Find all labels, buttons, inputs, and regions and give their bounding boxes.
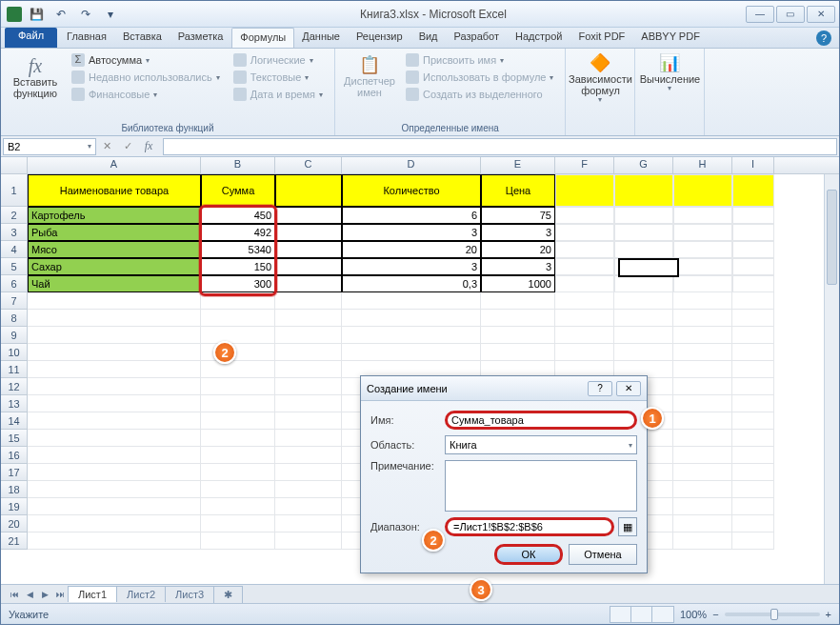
- cell[interactable]: [673, 532, 732, 550]
- cell[interactable]: 20: [481, 241, 555, 258]
- dialog-close-button[interactable]: ✕: [616, 381, 641, 396]
- cell[interactable]: [732, 275, 774, 292]
- cell[interactable]: [732, 241, 774, 258]
- formula-input[interactable]: [163, 138, 837, 155]
- tab-review[interactable]: Рецензир: [349, 28, 411, 48]
- row-header[interactable]: 10: [1, 344, 28, 361]
- cell[interactable]: [275, 378, 342, 395]
- cell[interactable]: [201, 344, 275, 361]
- cell[interactable]: [342, 344, 481, 361]
- cell[interactable]: [555, 241, 614, 258]
- cell[interactable]: [201, 412, 275, 430]
- cell[interactable]: [342, 292, 481, 310]
- dialog-help-button[interactable]: ?: [588, 381, 612, 396]
- row-header[interactable]: 14: [1, 412, 28, 430]
- sheet-nav-next[interactable]: ▶: [37, 587, 52, 602]
- col-header-i[interactable]: I: [732, 157, 774, 173]
- range-picker-button[interactable]: ▦: [618, 517, 637, 536]
- cell[interactable]: [614, 224, 673, 241]
- cell[interactable]: [614, 344, 673, 361]
- cell[interactable]: [275, 361, 342, 378]
- select-all-corner[interactable]: [1, 157, 28, 173]
- financial-button[interactable]: Финансовые▾: [68, 87, 224, 102]
- cell[interactable]: Мясо: [28, 241, 201, 258]
- cell[interactable]: [673, 327, 732, 344]
- recent-button[interactable]: Недавно использовались▾: [68, 70, 224, 85]
- enter-formula-button[interactable]: ✓: [117, 138, 138, 155]
- cell[interactable]: [28, 378, 201, 395]
- row-header[interactable]: 13: [1, 395, 28, 412]
- row-header[interactable]: 3: [1, 224, 28, 241]
- cell[interactable]: Чай: [28, 275, 201, 292]
- sheet-tab-1[interactable]: Лист1: [68, 586, 117, 602]
- cell[interactable]: [614, 275, 673, 292]
- cell[interactable]: [275, 464, 342, 481]
- col-header-b[interactable]: B: [201, 157, 275, 173]
- help-icon[interactable]: ?: [816, 30, 831, 46]
- undo-button[interactable]: ↶: [50, 4, 71, 25]
- cell[interactable]: [275, 481, 342, 498]
- cell-i1[interactable]: [732, 174, 774, 207]
- cell[interactable]: [201, 532, 275, 550]
- row-header[interactable]: 19: [1, 498, 28, 515]
- cell[interactable]: [732, 498, 774, 515]
- tab-formulas[interactable]: Формулы: [231, 28, 294, 48]
- cell[interactable]: [732, 447, 774, 464]
- cell[interactable]: [732, 327, 774, 344]
- cell[interactable]: [275, 275, 342, 292]
- tab-data[interactable]: Данные: [294, 28, 349, 48]
- cell[interactable]: [673, 207, 732, 224]
- cell[interactable]: [275, 498, 342, 515]
- zoom-slider[interactable]: [725, 613, 820, 616]
- row-header[interactable]: 16: [1, 447, 28, 464]
- qat-dropdown[interactable]: ▾: [100, 4, 121, 25]
- cell[interactable]: [275, 207, 342, 224]
- row-header[interactable]: 2: [1, 207, 28, 224]
- cell[interactable]: [732, 344, 774, 361]
- cell[interactable]: [673, 292, 732, 310]
- fx-button[interactable]: fx: [138, 138, 159, 155]
- cell[interactable]: [673, 412, 732, 430]
- range-input[interactable]: [445, 517, 614, 536]
- cell[interactable]: [673, 275, 732, 292]
- cell[interactable]: [275, 310, 342, 327]
- tab-view[interactable]: Вид: [411, 28, 447, 48]
- cell[interactable]: [614, 327, 673, 344]
- cell[interactable]: [673, 430, 732, 447]
- cell[interactable]: Сахар: [28, 258, 201, 275]
- cell-b1[interactable]: Сумма: [201, 174, 275, 207]
- cell[interactable]: [732, 292, 774, 310]
- row-header[interactable]: 21: [1, 532, 28, 550]
- cell-e1[interactable]: Цена: [481, 174, 555, 207]
- sheet-tab-2[interactable]: Лист2: [116, 586, 166, 602]
- cell[interactable]: [28, 292, 201, 310]
- scope-select[interactable]: Книга▾: [445, 435, 637, 454]
- col-header-g[interactable]: G: [614, 157, 673, 173]
- tab-developer[interactable]: Разработ: [447, 28, 508, 48]
- cell[interactable]: [673, 378, 732, 395]
- cell[interactable]: [275, 515, 342, 532]
- cell[interactable]: [673, 344, 732, 361]
- view-pagebreak-button[interactable]: [652, 607, 673, 622]
- cell[interactable]: [673, 481, 732, 498]
- cell[interactable]: [201, 310, 275, 327]
- cell[interactable]: [614, 310, 673, 327]
- cell[interactable]: [555, 327, 614, 344]
- tab-abbyy[interactable]: ABBYY PDF: [633, 28, 709, 48]
- cell[interactable]: [28, 395, 201, 412]
- cell[interactable]: [201, 378, 275, 395]
- save-button[interactable]: 💾: [26, 4, 47, 25]
- cell[interactable]: [28, 515, 201, 532]
- cell[interactable]: 1000: [481, 275, 555, 292]
- view-layout-button[interactable]: [631, 607, 652, 622]
- cell[interactable]: [614, 241, 673, 258]
- cell-h1[interactable]: [673, 174, 732, 207]
- cell[interactable]: [673, 515, 732, 532]
- cell[interactable]: [201, 327, 275, 344]
- cell-g1[interactable]: [614, 174, 673, 207]
- dialog-titlebar[interactable]: Создание имени ? ✕: [361, 376, 647, 401]
- tab-layout[interactable]: Разметка: [170, 28, 232, 48]
- zoom-in-button[interactable]: +: [826, 609, 831, 620]
- cell[interactable]: [28, 498, 201, 515]
- col-header-f[interactable]: F: [555, 157, 614, 173]
